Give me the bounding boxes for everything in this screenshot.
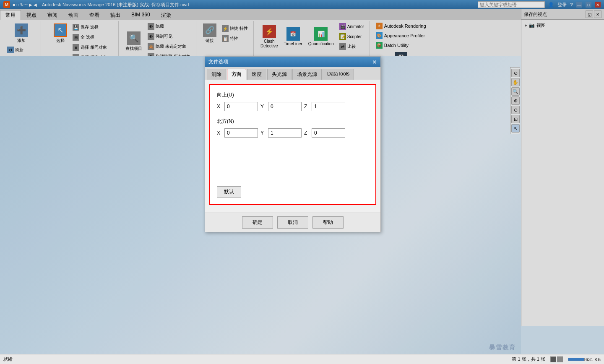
select-button[interactable]: ↖ 选择 [51, 22, 70, 45]
tab-home[interactable]: 常用 [0, 10, 21, 20]
north-z-label: Z [304, 130, 309, 136]
dialog-spacer [217, 144, 369, 186]
tab-render[interactable]: 渲染 [156, 10, 177, 20]
zoom-bar[interactable] [568, 358, 585, 361]
dialog-inner-box: 向上(U) X Y Z 北方(N) X Y Z [209, 84, 376, 205]
maximize-button[interactable]: □ [586, 2, 591, 8]
quick-props-button[interactable]: ⚡ 快捷 特性 [220, 24, 250, 33]
add-button[interactable]: ➕ 添加 [12, 22, 31, 45]
saved-views-close-button[interactable]: ✕ [594, 10, 601, 18]
save-select-icon: 💾 [73, 24, 79, 31]
dialog-tab-scenelight[interactable]: 场景光源 [292, 69, 322, 80]
batch-utility-button[interactable]: 📦 Batch Utility [374, 41, 428, 49]
dialog-footer: 确定 取消 帮助 [205, 213, 380, 232]
view-mode-1[interactable] [550, 356, 556, 362]
north-y-input[interactable] [268, 128, 302, 138]
up-y-input[interactable] [268, 102, 302, 111]
save-select-button[interactable]: 💾 保存 选择 [70, 23, 109, 32]
nav-orbit-button[interactable]: ⊙ [511, 69, 520, 77]
compare-button[interactable]: ⇌ 比较 [337, 42, 366, 51]
north-y-label: Y [260, 130, 266, 136]
saved-views-title: 保存的视点 [524, 11, 547, 18]
tab-view[interactable]: 查看 [84, 10, 105, 20]
up-x-input[interactable] [224, 102, 258, 111]
nav-zoom-out-button[interactable]: ⊖ [511, 106, 520, 114]
nav-select-tool-button[interactable]: ↖ [511, 124, 520, 133]
default-button-row: 默认 [217, 186, 369, 198]
north-x-input[interactable] [224, 128, 258, 138]
scripter-button[interactable]: 📝 Scripter [337, 32, 366, 41]
minimize-button[interactable]: — [576, 2, 582, 8]
nav-zoom-in-button[interactable]: ⊕ [511, 96, 520, 105]
view-mode-buttons [550, 356, 563, 362]
cancel-button[interactable]: 取消 [277, 216, 308, 229]
clash-detective-label: Clash Detective [260, 39, 278, 48]
hide-icon: 👁 [148, 23, 154, 30]
north-z-input[interactable] [312, 128, 345, 138]
up-z-label: Z [304, 104, 309, 109]
dialog-tab-headlight[interactable]: 头光源 [267, 69, 292, 80]
help-button[interactable]: 帮助 [312, 216, 344, 229]
close-button[interactable]: ✕ [595, 2, 601, 8]
nav-fit-button[interactable]: ⊡ [511, 115, 520, 123]
props-button[interactable]: 📋 特性 [220, 34, 250, 43]
animator-label: Animator [347, 24, 364, 29]
tab-review[interactable]: 审阅 [42, 10, 63, 20]
saved-views-undock-button[interactable]: ◱ [586, 10, 593, 18]
animator-icon: 🎬 [339, 23, 346, 30]
dialog-tab-datatools[interactable]: DataTools [323, 69, 354, 80]
tab-output[interactable]: 输出 [105, 10, 126, 20]
tree-item-label: 视图 [536, 22, 546, 29]
login-text[interactable]: 登录 [557, 2, 567, 8]
hide-button[interactable]: 👁 隐藏 [146, 22, 193, 31]
tab-animation[interactable]: 动画 [63, 10, 84, 20]
add-icon: ➕ [15, 23, 28, 37]
page-info: 第 1 张，共 1 张 [512, 356, 545, 362]
tree-item-views[interactable]: ▶ 📷 视图 [523, 21, 602, 29]
tab-bim360[interactable]: BIM 360 [126, 10, 156, 20]
default-button[interactable]: 默认 [217, 186, 241, 198]
find-items-button[interactable]: 🔍 查找项目 [123, 30, 145, 53]
nav-toolbar: ⊙ ✋ 🔍 ⊕ ⊖ ⊡ ↖ [510, 67, 520, 134]
up-z-input[interactable] [312, 102, 345, 111]
refresh-button[interactable]: ↺ 刷新 [5, 45, 37, 55]
nav-zoom-button[interactable]: 🔍 [511, 87, 520, 96]
dialog-tabs: 消除 方向 速度 头光源 场景光源 DataTools [205, 67, 380, 80]
links-button[interactable]: 🔗 链接 [200, 22, 219, 45]
dialog-tab-speed[interactable]: 速度 [247, 69, 266, 80]
hide-unselected-button[interactable]: 🙈 隐藏 未选定对象 [146, 42, 193, 51]
saved-views-panel: 保存的视点 ◱ ✕ ▶ 📷 视图 [521, 9, 604, 326]
refresh-icon: ↺ [7, 47, 14, 53]
animator-button[interactable]: 🎬 Animator [337, 22, 366, 31]
quantification-label: Quantification [308, 42, 334, 46]
appearance-icon: 🎨 [376, 32, 383, 39]
all-select-button[interactable]: ⊞ 全 选择 [70, 33, 109, 42]
autodesk-rendering-button[interactable]: ☀ Autodesk Rendering [374, 22, 428, 30]
clash-detective-button[interactable]: ⚡ Clash Detective [258, 24, 281, 49]
app-logo: M [3, 1, 10, 8]
view-mode-2[interactable] [557, 356, 563, 362]
timeliner-button[interactable]: 📅 TimeLiner [281, 26, 305, 47]
confirm-button[interactable]: 确定 [242, 216, 273, 229]
force-visible-button[interactable]: 👁 强制可见 [146, 32, 193, 41]
north-row: X Y Z [217, 128, 369, 138]
tab-viewpoint[interactable]: 视点 [21, 10, 42, 20]
saved-views-header: 保存的视点 ◱ ✕ [521, 9, 604, 20]
help-icon[interactable]: ? [570, 2, 573, 7]
dialog-tab-clear[interactable]: 消除 [207, 69, 226, 80]
nav-pan-button[interactable]: ✋ [511, 78, 520, 86]
dialog-tab-orientation[interactable]: 方向 [227, 69, 246, 80]
quantification-icon: 📊 [314, 27, 328, 41]
quantification-button[interactable]: 📊 Quantification [306, 26, 336, 47]
dialog-close-button[interactable]: ✕ [372, 59, 377, 65]
global-search-input[interactable] [478, 1, 545, 8]
tree-arrow-icon: ▶ [525, 23, 527, 27]
scripter-icon: 📝 [339, 33, 346, 40]
all-select-icon: ⊞ [73, 34, 79, 41]
select-same-button[interactable]: ≡ 选择 相同对象 [70, 43, 109, 52]
ribbon-tabs: 常用 视点 审阅 动画 查看 输出 BIM 360 渲染 [0, 9, 604, 20]
user-icon: 👤 [548, 2, 554, 8]
appearance-profiler-button[interactable]: 🎨 Appearance Profiler [374, 31, 428, 40]
force-visible-icon: 👁 [148, 33, 154, 40]
props-icon: 📋 [222, 35, 229, 42]
